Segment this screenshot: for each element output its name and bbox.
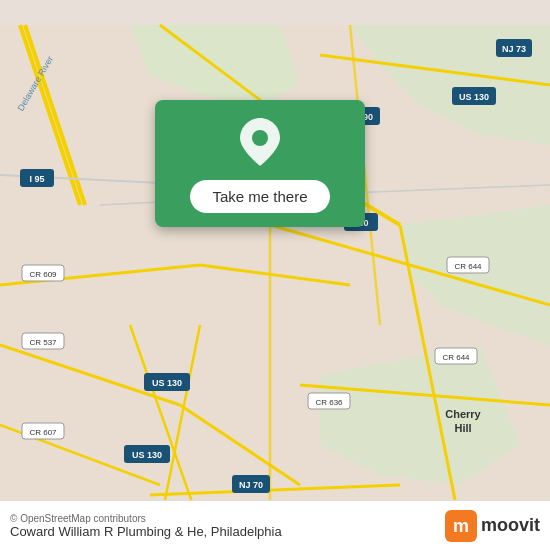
svg-text:CR 644: CR 644 [442,353,470,362]
svg-text:I 95: I 95 [29,174,44,184]
take-me-there-button[interactable]: Take me there [190,180,329,213]
svg-point-61 [252,130,268,146]
svg-text:CR 537: CR 537 [29,338,57,347]
map-pin-icon [240,118,280,170]
bottom-left-info: © OpenStreetMap contributors Coward Will… [10,513,282,539]
svg-text:US 130: US 130 [152,378,182,388]
moovit-icon: m [445,510,477,542]
copyright-text: © OpenStreetMap contributors [10,513,282,524]
svg-text:NJ 73: NJ 73 [502,44,526,54]
svg-text:CR 644: CR 644 [454,262,482,271]
moovit-logo: m moovit [445,510,540,542]
svg-text:US 130: US 130 [132,450,162,460]
svg-text:Cherry: Cherry [445,408,481,420]
map-container: I 95 US 130 NJ 90 NJ 73 130 CR 644 CR 64… [0,0,550,550]
svg-text:NJ 70: NJ 70 [239,480,263,490]
svg-text:US 130: US 130 [459,92,489,102]
location-card: Take me there [155,100,365,227]
bottom-bar: © OpenStreetMap contributors Coward Will… [0,500,550,550]
moovit-brand-text: moovit [481,515,540,536]
moovit-icon-char: m [453,517,469,535]
svg-text:Hill: Hill [454,422,471,434]
location-name: Coward William R Plumbing & He, Philadel… [10,524,282,539]
svg-text:CR 636: CR 636 [315,398,343,407]
map-background: I 95 US 130 NJ 90 NJ 73 130 CR 644 CR 64… [0,0,550,550]
svg-text:CR 609: CR 609 [29,270,57,279]
svg-text:CR 607: CR 607 [29,428,57,437]
